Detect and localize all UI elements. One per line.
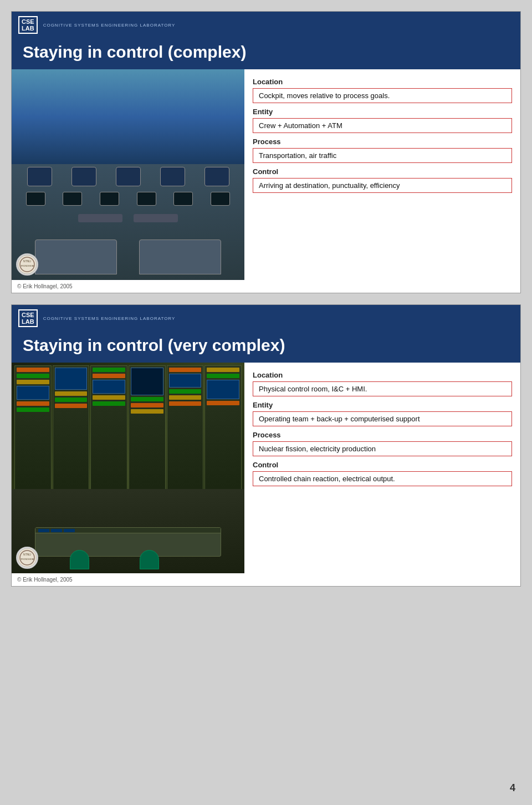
control-section-1: Control Arriving at destination, punctua…: [253, 167, 512, 193]
process-section-1: Process Transportation, air traffic: [253, 137, 512, 163]
cse-lab-logo: CSE LAB: [18, 16, 38, 34]
location-section-1: Location Cockpit, moves relative to proc…: [253, 78, 512, 103]
svg-text:NTNU: NTNU: [23, 553, 31, 556]
slide-1: CSE LAB COGNITIVE SYSTEMS ENGINEERING LA…: [11, 11, 521, 293]
slide-1-title: Staying in control (complex): [12, 38, 520, 69]
process-section-2: Process Nuclear fission, electricity pro…: [253, 431, 512, 456]
entity-label-2: Entity: [253, 401, 512, 409]
process-label-2: Process: [253, 431, 512, 439]
university-logo-2: NTNU TRONDHEIM: [16, 547, 38, 569]
process-value-2: Nuclear fission, electricity production: [253, 441, 512, 456]
header-small-text: COGNITIVE SYSTEMS ENGINEERING LABORATORY: [43, 23, 176, 28]
control-label-2: Control: [253, 461, 512, 469]
copyright-1: © Erik Hollnagel, 2005: [12, 280, 520, 293]
svg-text:TRONDHEIM: TRONDHEIM: [21, 558, 34, 561]
entity-section-2: Entity Operating team + back-up + comput…: [253, 401, 512, 426]
location-section-2: Location Physical control room, I&C + HM…: [253, 371, 512, 396]
process-value-1: Transportation, air traffic: [253, 148, 512, 163]
control-value-2: Controlled chain reaction, electrical ou…: [253, 471, 512, 486]
header-text: COGNITIVE SYSTEMS ENGINEERING LABORATORY: [43, 23, 176, 28]
copyright-2: © Erik Hollnagel, 2005: [12, 573, 520, 586]
location-value-2: Physical control room, I&C + HMI.: [253, 381, 512, 396]
location-label-2: Location: [253, 371, 512, 379]
entity-section-1: Entity Crew + Automation + ATM: [253, 108, 512, 133]
slide-2: CSE LAB COGNITIVE SYSTEMS ENGINEERING LA…: [11, 304, 521, 587]
location-value-1: Cockpit, moves relative to process goals…: [253, 88, 512, 103]
slide-1-body: NTNU TRONDHEIM Location Cockpit, moves r…: [12, 69, 520, 280]
nuclear-control-room-image: NTNU TRONDHEIM: [12, 363, 244, 573]
slide-2-title: Staying in control (very complex): [12, 332, 520, 363]
slide-2-header: CSE LAB COGNITIVE SYSTEMS ENGINEERING LA…: [12, 305, 520, 332]
location-label-1: Location: [253, 78, 512, 86]
entity-value-2: Operating team + back-up + computerised …: [253, 411, 512, 426]
slide-2-body: NTNU TRONDHEIM Location Physical control…: [12, 363, 520, 573]
slide-1-header: CSE LAB COGNITIVE SYSTEMS ENGINEERING LA…: [12, 12, 520, 38]
university-logo-1: NTNU TRONDHEIM: [16, 253, 38, 276]
svg-text:NTNU: NTNU: [23, 259, 31, 263]
header-small-text-2: COGNITIVE SYSTEMS ENGINEERING LABORATORY: [43, 316, 176, 321]
control-section-2: Control Controlled chain reaction, elect…: [253, 461, 512, 486]
control-value-1: Arriving at destination, punctuality, ef…: [253, 178, 512, 193]
control-label-1: Control: [253, 167, 512, 176]
slide-1-info-panel: Location Cockpit, moves relative to proc…: [244, 69, 520, 280]
entity-value-1: Crew + Automation + ATM: [253, 118, 512, 133]
cse-lab-logo-2: CSE LAB: [18, 309, 38, 327]
slide-2-info-panel: Location Physical control room, I&C + HM…: [244, 363, 520, 573]
entity-label-1: Entity: [253, 108, 512, 116]
cockpit-image: NTNU TRONDHEIM: [12, 69, 244, 280]
svg-text:TRONDHEIM: TRONDHEIM: [21, 264, 34, 267]
process-label-1: Process: [253, 137, 512, 146]
page-number: 4: [510, 782, 515, 794]
header-text-2: COGNITIVE SYSTEMS ENGINEERING LABORATORY: [43, 316, 176, 321]
